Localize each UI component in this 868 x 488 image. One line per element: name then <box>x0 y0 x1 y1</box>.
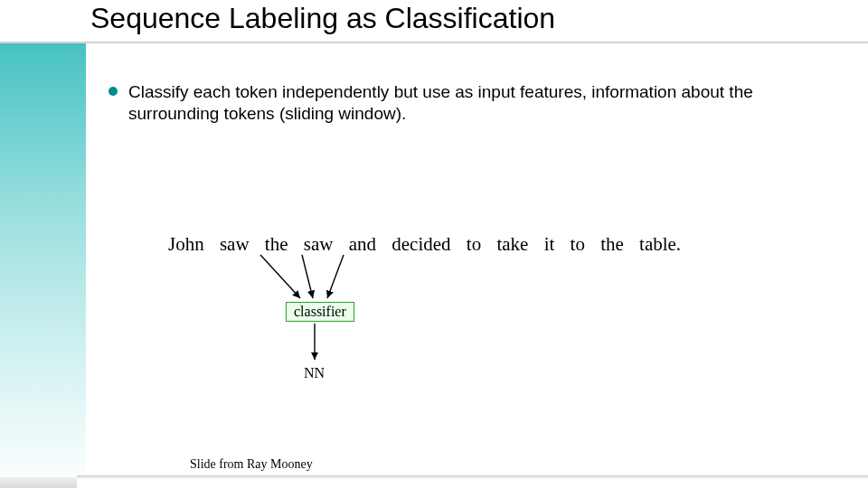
svg-line-0 <box>260 255 300 298</box>
token-0: John <box>168 233 204 256</box>
token-9: to <box>571 233 585 256</box>
token-3: saw <box>304 233 334 256</box>
bullet-text: Classify each token independently but us… <box>128 81 814 125</box>
token-11: table. <box>639 233 681 256</box>
arrows-diagram <box>168 251 711 432</box>
svg-line-1 <box>302 255 313 298</box>
slide-root: Sequence Labeling as Classification Clas… <box>0 0 868 488</box>
slide-bottom-shadow <box>77 475 868 479</box>
token-8: it <box>544 233 555 256</box>
token-2: the <box>265 233 288 256</box>
token-4: and <box>349 233 376 256</box>
title-underline <box>0 42 868 44</box>
token-10: the <box>600 233 624 256</box>
svg-line-2 <box>327 255 344 298</box>
slide-credit: Slide from Ray Mooney <box>190 457 313 472</box>
slide-title: Sequence Labeling as Classification <box>90 2 555 35</box>
output-tag-label: NN <box>304 365 325 381</box>
token-5: decided <box>392 233 450 256</box>
token-7: take <box>496 233 528 256</box>
example-sentence: John saw the saw and decided to take it … <box>168 233 681 256</box>
token-1: saw <box>220 233 250 256</box>
slide-bottom-shadow-left <box>0 477 77 488</box>
bullet-row: Classify each token independently but us… <box>108 81 814 125</box>
bullet-dot-icon <box>108 87 118 96</box>
classifier-box: classifier <box>286 302 354 322</box>
slide-left-accent <box>0 43 86 488</box>
token-6: to <box>467 233 481 256</box>
